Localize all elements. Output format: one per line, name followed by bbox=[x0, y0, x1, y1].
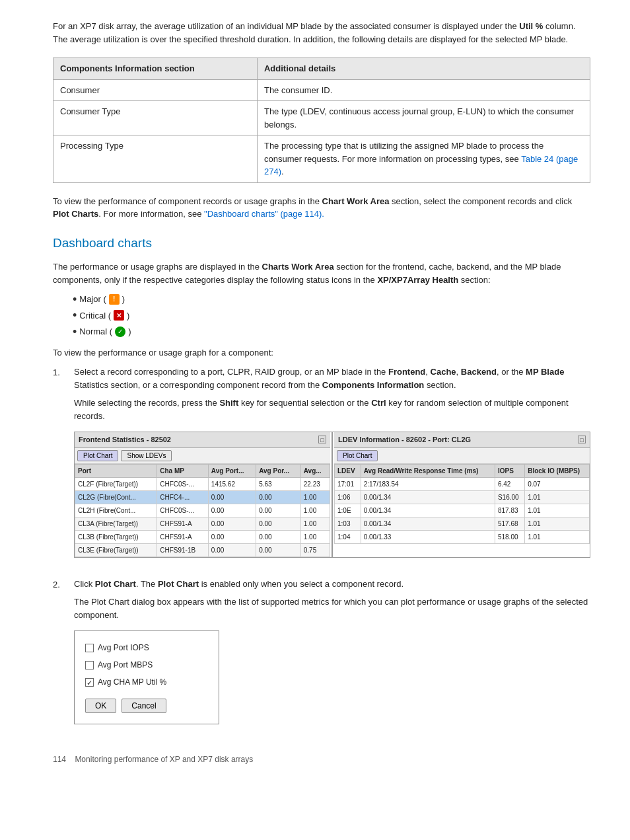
avg-port-mbps-checkbox[interactable] bbox=[85, 661, 94, 669]
dialog-item-1: Avg Port IOPS bbox=[85, 642, 208, 654]
iops-cell: S16.00 bbox=[495, 490, 524, 504]
frontend-panel-winbtn[interactable]: □ bbox=[318, 436, 326, 443]
table-row: Processing Type The processing type that… bbox=[53, 135, 590, 183]
info-table-col2-header: Additional details bbox=[257, 58, 590, 80]
show-ldevs-btn[interactable]: Show LDEVs bbox=[121, 450, 172, 461]
bullet-dot: • bbox=[73, 326, 77, 338]
table-row: 17:01 2:17/183.54 6.42 0.07 bbox=[335, 477, 590, 490]
ldev-col-iops: IOPS bbox=[495, 464, 524, 477]
intro-paragraph: For an XP7 disk array, the average utili… bbox=[53, 20, 590, 46]
normal-icon: ✓ bbox=[115, 326, 125, 337]
ldev-panel-titlebar: LDEV Information - 82602 - Port: CL2G □ bbox=[334, 432, 590, 448]
iops-cell: 518.00 bbox=[495, 530, 524, 543]
block-cell: 1.01 bbox=[525, 504, 590, 517]
frontend-statistics-panel: Frontend Statistics - 82502 □ Plot Chart… bbox=[75, 432, 330, 557]
status-icon-list: • Major ( ! ) • Critical ( ✕ ) • Normal … bbox=[73, 293, 590, 338]
dialog-ok-button[interactable]: OK bbox=[85, 699, 116, 713]
table-row: 1:0E 0.00/1.34 817.83 1.01 bbox=[335, 504, 590, 517]
avg-cell: 1.00 bbox=[300, 517, 330, 530]
step1-note: While selecting the records, press the S… bbox=[74, 397, 590, 422]
list-item-critical: • Critical ( ✕ ) bbox=[73, 309, 590, 323]
champ-cell: CHFC4-... bbox=[157, 490, 209, 504]
avg-cell: 1.00 bbox=[300, 490, 330, 504]
dashboard-charts-link[interactable]: "Dashboard charts" (page 114). bbox=[204, 209, 324, 219]
dialog-item-3: Avg CHA MP Util % bbox=[85, 676, 208, 688]
bullet-dot: • bbox=[73, 293, 77, 305]
port-cell: CL2F (Fibre(Target)) bbox=[75, 477, 157, 490]
rw-cell: 0.00/1.34 bbox=[361, 490, 495, 504]
step-2: 2. Click Plot Chart. The Plot Chart is e… bbox=[53, 578, 590, 734]
table-row: Consumer Type The type (LDEV, continuous… bbox=[53, 101, 590, 135]
plot-chart-btn-right[interactable]: Plot Chart bbox=[337, 450, 378, 461]
avgport1-cell: 1415.62 bbox=[208, 477, 256, 490]
avgport2-cell: 0.00 bbox=[256, 504, 301, 517]
avg-port-iops-label: Avg Port IOPS bbox=[98, 642, 149, 654]
champ-cell: CHFC0S-... bbox=[157, 477, 209, 490]
champ-cell: CHFS91-A bbox=[157, 517, 209, 530]
avgport1-cell: 0.00 bbox=[208, 517, 256, 530]
block-cell: 1.01 bbox=[525, 490, 590, 504]
frontend-panel-titlebar: Frontend Statistics - 82502 □ bbox=[75, 432, 330, 448]
major-icon: ! bbox=[109, 294, 120, 305]
port-cell: CL3A (Fibre(Target)) bbox=[75, 517, 157, 530]
table-row[interactable]: CL3E (Fibre(Target)) CHFS91-1B 0.00 0.00… bbox=[75, 543, 330, 556]
table-row: 1:04 0.00/1.33 518.00 1.01 bbox=[335, 530, 590, 543]
major-paren-close: ) bbox=[122, 293, 125, 306]
plot-chart-btn-left[interactable]: Plot Chart bbox=[77, 450, 118, 461]
avgport1-cell: 0.00 bbox=[208, 530, 256, 543]
dialog-cancel-button[interactable]: Cancel bbox=[122, 699, 166, 713]
table-row[interactable]: CL2H (Fibre(Cont... CHFC0S-... 0.00 0.00… bbox=[75, 504, 330, 517]
consumer-type-label: Consumer Type bbox=[53, 101, 258, 135]
footer-text: Monitoring performance of XP and XP7 dis… bbox=[75, 755, 253, 764]
dialog-button-row: OK Cancel bbox=[85, 699, 208, 713]
ldev-panel-winbtn[interactable]: □ bbox=[578, 436, 586, 443]
table-row[interactable]: CL2G (Fibre(Cont... CHFC4-... 0.00 0.00 … bbox=[75, 490, 330, 504]
dialog-item-2: Avg Port MBPS bbox=[85, 659, 208, 671]
champ-cell: CHFS91-1B bbox=[157, 543, 209, 556]
consumer-detail: The consumer ID. bbox=[257, 79, 590, 101]
ldev-panel-title: LDEV Information - 82602 - Port: CL2G bbox=[338, 434, 471, 445]
avg-cell: 1.00 bbox=[300, 504, 330, 517]
bullet-dot: • bbox=[73, 309, 77, 321]
table-row: 1:06 0.00/1.34 S16.00 1.01 bbox=[335, 490, 590, 504]
ldev-information-panel: LDEV Information - 82602 - Port: CL2G □ … bbox=[334, 432, 590, 557]
avg-cell: 0.75 bbox=[300, 543, 330, 556]
processing-type-label: Processing Type bbox=[53, 135, 258, 183]
table24-link[interactable]: Table 24 (page 274) bbox=[264, 154, 578, 177]
ldev-table: LDEV Avg Read/Write Response Time (ms) I… bbox=[334, 464, 590, 544]
step2-number: 2. bbox=[53, 578, 67, 592]
iops-cell: 517.68 bbox=[495, 517, 524, 530]
avgport2-cell: 5.63 bbox=[256, 477, 301, 490]
frontend-panel-title: Frontend Statistics - 82502 bbox=[79, 434, 171, 445]
ldev-col-block: Block IO (MBPS) bbox=[525, 464, 590, 477]
champ-cell: CHFC0S-... bbox=[157, 504, 209, 517]
step2-note-text: The Plot Chart dialog box appears with t… bbox=[74, 595, 590, 621]
avg-port-iops-checkbox[interactable] bbox=[85, 644, 94, 652]
critical-paren-close: ) bbox=[127, 309, 129, 323]
frontend-col-avg: Avg... bbox=[300, 464, 330, 477]
avgport1-cell: 0.00 bbox=[208, 490, 256, 504]
avgport1-cell: 0.00 bbox=[208, 543, 256, 556]
avg-port-mbps-label: Avg Port MBPS bbox=[98, 659, 153, 671]
block-cell: 1.01 bbox=[525, 517, 590, 530]
frontend-col-champ: Cha MP bbox=[157, 464, 209, 477]
major-label: Major ( bbox=[79, 293, 106, 306]
page-number: 114 bbox=[53, 755, 66, 764]
table-row[interactable]: CL3A (Fibre(Target)) CHFS91-A 0.00 0.00 … bbox=[75, 517, 330, 530]
frontend-table: Port Cha MP Avg Port... Avg Por... Avg..… bbox=[75, 464, 330, 557]
frontend-col-avgport1: Avg Port... bbox=[208, 464, 256, 477]
port-cell: CL3B (Fibre(Target)) bbox=[75, 530, 157, 543]
normal-label: Normal ( bbox=[79, 325, 112, 338]
step2-content: Click Plot Chart. The Plot Chart is enab… bbox=[74, 578, 590, 734]
ldev-col-readwrite: Avg Read/Write Response Time (ms) bbox=[361, 464, 495, 477]
step2-main-text: Click Plot Chart. The Plot Chart is enab… bbox=[74, 578, 590, 591]
avg-cha-mp-util-checkbox[interactable] bbox=[85, 678, 94, 687]
step1-text: Select a record corresponding to a port,… bbox=[74, 365, 590, 391]
rw-cell: 0.00/1.33 bbox=[361, 530, 495, 543]
table-row[interactable]: CL2F (Fibre(Target)) CHFC0S-... 1415.62 … bbox=[75, 477, 330, 490]
frontend-col-avgport2: Avg Por... bbox=[256, 464, 301, 477]
iops-cell: 6.42 bbox=[495, 477, 524, 490]
rw-cell: 0.00/1.34 bbox=[361, 504, 495, 517]
page-footer: 114 Monitoring performance of XP and XP7… bbox=[53, 753, 590, 765]
table-row[interactable]: CL3B (Fibre(Target)) CHFS91-A 0.00 0.00 … bbox=[75, 530, 330, 543]
